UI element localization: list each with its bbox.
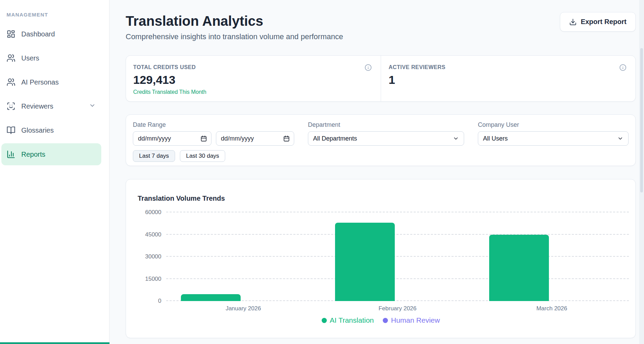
sidebar-section-label: MANAGEMENT: [7, 12, 109, 18]
x-axis-label: January 2026: [226, 305, 261, 312]
bar-ai-translation: [181, 294, 241, 301]
date-from-placeholder: dd/mm/yyyy: [138, 135, 171, 142]
y-axis-tick: 60000: [145, 209, 161, 216]
date-range-group: Date Range dd/mm/yyyy dd/mm/yyyy Last 7 …: [133, 121, 294, 166]
users-icon: [7, 54, 15, 63]
y-axis-tick: 45000: [145, 231, 161, 238]
stat-value: 129,413: [133, 73, 372, 87]
sidebar-item-reports[interactable]: Reports: [1, 143, 101, 165]
page-title: Translation Analytics: [126, 13, 343, 29]
main-content: Translation Analytics Comprehensive insi…: [110, 0, 644, 344]
download-icon: [569, 18, 577, 26]
company-user-group: Company User All Users: [478, 121, 629, 166]
date-range-label: Date Range: [133, 121, 294, 129]
calendar-icon[interactable]: [283, 135, 290, 142]
dashboard-grid-icon: [7, 30, 15, 38]
stat-card-total-credits: TOTAL CREDITS USED 129,413 Credits Trans…: [126, 56, 381, 101]
sidebar-item-label: AI Personas: [21, 78, 59, 86]
export-report-button[interactable]: Export Report: [560, 12, 636, 32]
gridline: [166, 256, 629, 257]
page-header: Translation Analytics Comprehensive insi…: [126, 0, 636, 42]
chart-legend: AI TranslationHuman Review: [126, 316, 635, 324]
date-from-input[interactable]: dd/mm/yyyy: [133, 131, 211, 146]
gridline: [166, 278, 629, 279]
scrollbar-track[interactable]: [639, 0, 644, 344]
info-icon[interactable]: [365, 64, 372, 73]
chevron-down-icon: [617, 135, 623, 142]
legend-dot: [322, 318, 327, 323]
legend-label: Human Review: [391, 316, 440, 324]
export-report-label: Export Report: [581, 18, 626, 26]
company-user-select[interactable]: All Users: [478, 131, 629, 146]
legend-label: AI Translation: [330, 316, 374, 324]
date-to-placeholder: dd/mm/yyyy: [221, 135, 254, 142]
bar-chart-icon: [7, 150, 15, 159]
scan-face-icon: [7, 102, 15, 111]
sidebar-item-glossaries[interactable]: Glossaries: [1, 119, 101, 141]
bar-ai-translation: [489, 235, 549, 301]
sidebar: MANAGEMENT Dashboard Users AI Personas R…: [0, 0, 110, 344]
department-select[interactable]: All Departments: [308, 131, 464, 146]
sidebar-item-users[interactable]: Users: [1, 47, 101, 69]
page-subtitle: Comprehensive insights into translation …: [126, 32, 343, 42]
x-axis-label: March 2026: [536, 305, 567, 312]
gridline: [166, 234, 629, 235]
stat-label: ACTIVE REVIEWERS: [389, 64, 626, 71]
chart-plot: 015000300004500060000January 2026Februar…: [166, 212, 629, 301]
sidebar-item-ai-personas[interactable]: AI Personas: [1, 71, 101, 93]
filters-panel: Date Range dd/mm/yyyy dd/mm/yyyy Last 7 …: [126, 114, 636, 166]
sidebar-item-label: Dashboard: [21, 30, 55, 38]
department-selected-value: All Departments: [313, 135, 357, 142]
y-axis-tick: 30000: [145, 253, 161, 260]
last-7-days-button[interactable]: Last 7 days: [133, 150, 175, 162]
company-user-selected-value: All Users: [483, 135, 508, 142]
chart-title: Translation Volume Trends: [138, 195, 225, 202]
chevron-down-icon: [453, 135, 459, 142]
sidebar-item-dashboard[interactable]: Dashboard: [1, 23, 101, 45]
sidebar-item-label: Users: [21, 54, 39, 62]
date-to-input[interactable]: dd/mm/yyyy: [216, 131, 295, 146]
sidebar-item-reviewers[interactable]: Reviewers: [1, 95, 101, 117]
bar-ai-translation: [335, 223, 395, 301]
info-icon[interactable]: [619, 64, 626, 73]
users-icon: [7, 78, 15, 87]
department-label: Department: [308, 121, 464, 129]
sidebar-item-label: Reviewers: [21, 102, 53, 110]
stats-panel: TOTAL CREDITS USED 129,413 Credits Trans…: [126, 55, 636, 102]
legend-dot: [383, 318, 388, 323]
stat-sublabel: Credits Translated This Month: [133, 89, 372, 96]
last-30-days-button[interactable]: Last 30 days: [180, 150, 225, 162]
legend-item[interactable]: AI Translation: [322, 316, 374, 324]
book-open-icon: [7, 126, 15, 135]
translation-volume-chart: Translation Volume Trends 01500030000450…: [126, 179, 636, 338]
gridline: [166, 212, 629, 212]
sidebar-item-label: Reports: [21, 151, 45, 158]
stat-card-active-reviewers: ACTIVE REVIEWERS 1: [381, 56, 635, 101]
scrollbar-thumb[interactable]: [640, 48, 643, 192]
y-axis-tick: 15000: [145, 276, 161, 282]
stat-value: 1: [389, 73, 626, 87]
company-user-label: Company User: [478, 121, 629, 129]
sidebar-bottom-accent: [0, 342, 110, 344]
department-group: Department All Departments: [308, 121, 464, 166]
chevron-down-icon: [89, 102, 96, 110]
stat-label: TOTAL CREDITS USED: [133, 64, 372, 71]
sidebar-item-label: Glossaries: [21, 126, 54, 134]
x-axis-label: February 2026: [379, 305, 417, 312]
y-axis-tick: 0: [158, 298, 161, 304]
calendar-icon[interactable]: [200, 135, 207, 142]
legend-item[interactable]: Human Review: [383, 316, 440, 324]
